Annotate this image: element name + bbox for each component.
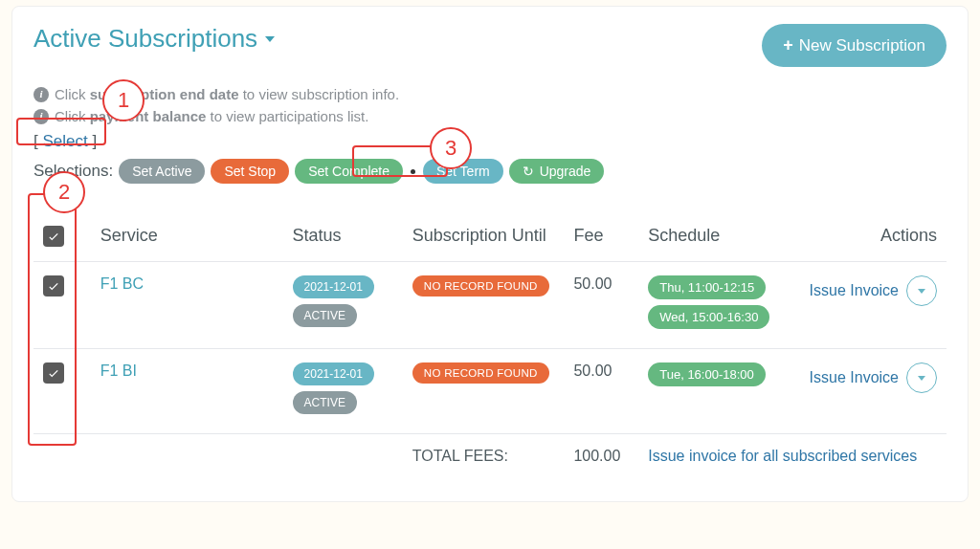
table-row: F1 BC 2021-12-01 ACTIVE NO RECORD FOUND … bbox=[33, 262, 947, 349]
info-text: Click bbox=[55, 108, 90, 124]
row-actions-dropdown[interactable] bbox=[906, 362, 937, 393]
info-icon: i bbox=[33, 109, 49, 124]
bullet-separator bbox=[411, 169, 415, 174]
fee-cell: 50.00 bbox=[564, 262, 638, 349]
info-line-1: i Click subscription end date to view su… bbox=[33, 84, 947, 104]
subscriptions-table: Service Status Subscription Until Fee Sc… bbox=[33, 212, 947, 478]
table-footer-row: TOTAL FEES: 100.00 Issue invoice for all… bbox=[33, 434, 947, 479]
schedule-badge: Tue, 16:00-18:00 bbox=[648, 362, 766, 386]
row-checkbox[interactable] bbox=[43, 362, 64, 384]
no-record-badge: NO RECORD FOUND bbox=[412, 362, 549, 384]
issue-invoice-link[interactable]: Issue Invoice bbox=[810, 369, 899, 386]
selections-row: Selections: Set Active Set Stop Set Comp… bbox=[33, 159, 947, 184]
chevron-down-icon bbox=[265, 36, 275, 42]
select-toggle: [ Select ] bbox=[33, 132, 947, 151]
check-icon bbox=[47, 230, 60, 243]
actions-cell: Issue Invoice bbox=[779, 262, 947, 349]
total-fees-value: 100.00 bbox=[564, 434, 638, 479]
refresh-icon: ↻ bbox=[523, 164, 534, 179]
status-cell: 2021-12-01 ACTIVE bbox=[283, 262, 403, 349]
status-cell: 2021-12-01 ACTIVE bbox=[283, 349, 403, 434]
new-subscription-button[interactable]: + New Subscription bbox=[762, 24, 947, 67]
info-line-2: i Click payment balance to view particip… bbox=[33, 106, 947, 126]
check-icon bbox=[47, 279, 60, 293]
info-text: to view participations list. bbox=[206, 108, 368, 124]
issue-all-invoices-link[interactable]: Issue invoice for all subscribed service… bbox=[648, 448, 917, 464]
select-all-checkbox[interactable] bbox=[43, 226, 64, 247]
page-title-text: Active Subscriptions bbox=[33, 24, 257, 54]
annotation-3: 3 bbox=[430, 127, 472, 169]
status-state-badge: ACTIVE bbox=[293, 391, 357, 414]
th-until: Subscription Until bbox=[403, 212, 565, 262]
schedule-cell: Thu, 11:00-12:15 Wed, 15:00-16:30 bbox=[638, 262, 779, 349]
info-text: Click bbox=[55, 86, 90, 102]
page-title[interactable]: Active Subscriptions bbox=[33, 24, 275, 54]
service-link[interactable]: F1 BC bbox=[100, 275, 144, 292]
service-cell: F1 BC bbox=[91, 262, 283, 349]
fee-cell: 50.00 bbox=[564, 349, 638, 434]
plus-icon: + bbox=[783, 35, 793, 55]
issue-invoice-link[interactable]: Issue Invoice bbox=[810, 282, 899, 299]
until-cell: NO RECORD FOUND bbox=[403, 262, 565, 349]
th-actions: Actions bbox=[779, 212, 947, 262]
annotation-2: 2 bbox=[43, 171, 85, 213]
service-link[interactable]: F1 BI bbox=[100, 362, 137, 379]
bracket-close: ] bbox=[88, 132, 97, 150]
info-text: to view subscription info. bbox=[239, 86, 400, 102]
set-active-button[interactable]: Set Active bbox=[119, 159, 205, 184]
th-status: Status bbox=[283, 212, 403, 262]
row-checkbox[interactable] bbox=[43, 275, 64, 296]
service-cell: F1 BI bbox=[91, 349, 283, 434]
schedule-cell: Tue, 16:00-18:00 bbox=[638, 349, 779, 434]
upgrade-button[interactable]: ↻ Upgrade bbox=[509, 159, 605, 184]
actions-cell: Issue Invoice bbox=[779, 349, 947, 434]
set-complete-button[interactable]: Set Complete bbox=[295, 159, 403, 184]
select-link[interactable]: Select bbox=[42, 132, 87, 150]
header-row: Active Subscriptions + New Subscription bbox=[33, 24, 947, 67]
status-date-badge[interactable]: 2021-12-01 bbox=[293, 275, 374, 298]
th-service: Service bbox=[91, 212, 283, 262]
annotation-1: 1 bbox=[102, 79, 145, 121]
th-schedule: Schedule bbox=[638, 212, 779, 262]
set-stop-button[interactable]: Set Stop bbox=[211, 159, 289, 184]
upgrade-label: Upgrade bbox=[540, 164, 591, 179]
schedule-badge: Wed, 15:00-16:30 bbox=[648, 305, 769, 329]
status-state-badge: ACTIVE bbox=[293, 304, 357, 327]
status-date-badge[interactable]: 2021-12-01 bbox=[293, 362, 374, 385]
check-icon bbox=[47, 366, 60, 380]
row-actions-dropdown[interactable] bbox=[906, 275, 937, 306]
info-icon: i bbox=[33, 87, 49, 102]
schedule-badge: Thu, 11:00-12:15 bbox=[648, 275, 766, 299]
new-subscription-label: New Subscription bbox=[799, 36, 925, 55]
table-header-row: Service Status Subscription Until Fee Sc… bbox=[33, 212, 947, 262]
page-card: Active Subscriptions + New Subscription … bbox=[11, 6, 969, 502]
until-cell: NO RECORD FOUND bbox=[403, 349, 565, 434]
total-fees-label: TOTAL FEES: bbox=[403, 434, 565, 479]
chevron-down-icon bbox=[918, 376, 925, 381]
table-row: F1 BI 2021-12-01 ACTIVE NO RECORD FOUND … bbox=[33, 349, 947, 434]
th-fee: Fee bbox=[564, 212, 638, 262]
chevron-down-icon bbox=[918, 289, 925, 294]
no-record-badge: NO RECORD FOUND bbox=[412, 275, 549, 296]
